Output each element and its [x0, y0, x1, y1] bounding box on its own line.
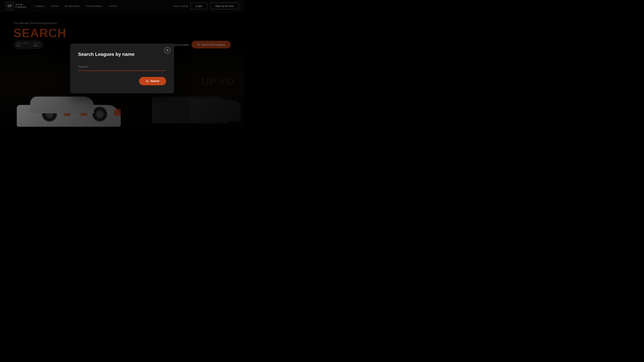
modal-actions: Search [78, 77, 166, 85]
modal-close-button[interactable]: × [164, 47, 171, 54]
svg-point-2 [146, 80, 148, 82]
modal-title: Search Leagues by name [78, 52, 166, 57]
close-icon: × [166, 48, 168, 52]
modal-search-button[interactable]: Search [139, 77, 166, 85]
search-modal: × Search Leagues by name Search [70, 43, 174, 93]
modal-search-icon [146, 80, 149, 83]
svg-line-3 [148, 82, 148, 82]
modal-overlay[interactable]: × Search Leagues by name Search [0, 0, 244, 137]
modal-search-label: Search [150, 80, 159, 83]
modal-search-input[interactable] [78, 63, 166, 71]
